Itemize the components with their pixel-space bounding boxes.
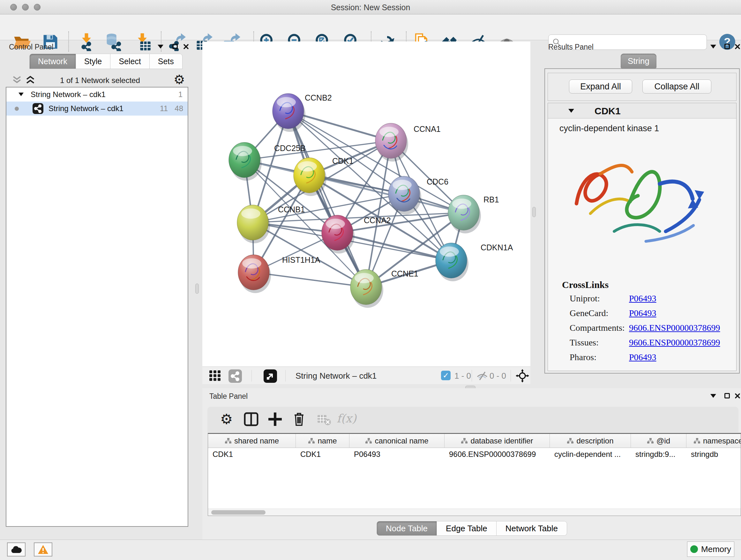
columns-icon[interactable] — [244, 411, 259, 427]
crosslink-label: Tissues: — [569, 337, 599, 348]
column-header-description[interactable]: description — [550, 434, 631, 448]
results-panel-float-icon[interactable] — [724, 44, 730, 49]
network-type-icon — [32, 103, 44, 114]
cdk1-entry-header[interactable]: CDK1 — [548, 103, 736, 118]
right-splitter-handle[interactable] — [532, 207, 536, 217]
tab-network[interactable]: Network — [29, 54, 76, 69]
table-panel-menu-icon[interactable] — [711, 394, 716, 398]
node-RB1[interactable] — [448, 195, 481, 233]
node-CCNB1[interactable] — [237, 205, 270, 243]
import-table-icon[interactable] — [133, 33, 152, 51]
crosslink-link[interactable]: P06493 — [629, 294, 657, 304]
node-CCNB2[interactable] — [273, 94, 306, 132]
table-row[interactable]: CDK1CDK1P064939606.ENSP00000378699cyclin… — [208, 448, 741, 461]
collapse-entry-icon[interactable] — [568, 109, 574, 113]
warnings-button[interactable] — [34, 543, 52, 557]
tab-style[interactable]: Style — [76, 54, 111, 69]
table-tabs: Node TableEdge TableNetwork Table — [377, 521, 567, 536]
table-panel-title: Table Panel — [209, 392, 248, 401]
settings-gear-icon[interactable]: ⚙ — [219, 411, 235, 427]
entry-name: CDK1 — [595, 106, 621, 117]
memory-button[interactable]: Memory — [687, 542, 734, 557]
control-panel-menu-icon[interactable] — [158, 45, 163, 49]
column-header-database-identifier[interactable]: database identifier — [445, 434, 550, 448]
collapse-all-button[interactable]: Collapse All — [643, 79, 711, 94]
crosslink-link[interactable]: P06493 — [629, 352, 657, 362]
network-status-dot — [15, 107, 19, 111]
network-node-count: 11 — [160, 104, 168, 113]
network-collection-row[interactable]: String Network – cdk1 1 — [6, 87, 188, 102]
network-row-selected[interactable]: String Network – cdk1 11 48 — [6, 102, 188, 116]
memory-label: Memory — [701, 544, 731, 554]
cloud-icon — [10, 545, 22, 554]
tab-edge-table[interactable]: Edge Table — [437, 521, 496, 536]
cloud-button[interactable] — [7, 543, 25, 557]
status-bar: Memory — [0, 540, 741, 560]
node-CCNE1[interactable] — [350, 269, 383, 308]
fit-content-crosshair-icon[interactable] — [516, 369, 529, 382]
crosslink-link[interactable]: 9606.ENSP00000378699 — [629, 337, 720, 348]
scrollbar-thumb[interactable] — [211, 510, 266, 515]
results-panel-close-icon[interactable] — [735, 44, 740, 50]
network-canvas[interactable]: CCNB2CCNA1CDC25BCDK1CDC6RB1CCNB1CCNA2CDK… — [202, 42, 530, 367]
separator — [252, 370, 252, 381]
network-options-gear-icon[interactable]: ⚙ — [174, 72, 185, 87]
column-header-canonical-name[interactable]: canonical name — [349, 434, 445, 448]
import-database-icon[interactable] — [104, 33, 123, 51]
table-cell: 9606.ENSP00000378699 — [445, 448, 550, 461]
table-cell: stringdb:9... — [631, 448, 686, 461]
node-CCNA2[interactable] — [322, 215, 354, 253]
node-HIST1H1A[interactable] — [238, 255, 271, 293]
node-CDK1[interactable] — [293, 158, 327, 196]
column-header--id[interactable]: @id — [631, 434, 686, 448]
grid-view-icon[interactable] — [209, 370, 221, 381]
birds-eye-view-icon[interactable] — [264, 369, 277, 383]
node-label-CDC6: CDC6 — [427, 177, 448, 186]
tab-string[interactable]: String — [621, 54, 657, 68]
column-header-namespace[interactable]: namespace — [686, 434, 741, 448]
column-header-name[interactable]: name — [296, 434, 349, 448]
hidden-counts: 0 - 0 — [489, 371, 506, 381]
control-panel-close-icon[interactable] — [183, 44, 189, 50]
import-network-icon[interactable] — [77, 33, 96, 51]
table-panel-close-icon[interactable] — [735, 393, 740, 399]
crosslink-link[interactable]: P06493 — [629, 308, 657, 318]
tab-sets[interactable]: Sets — [150, 54, 183, 69]
string-results-box: Expand All Collapse All CDK1 cyclin-depe… — [544, 68, 740, 374]
collapse-collection-icon[interactable] — [18, 92, 23, 96]
protein-structure-image — [564, 140, 711, 271]
node-CDKN1A[interactable] — [435, 243, 468, 281]
network-share-icon[interactable] — [228, 369, 242, 383]
clear-table-icon — [316, 411, 332, 427]
expand-all-button[interactable]: Expand All — [569, 79, 632, 94]
node-CDC6[interactable] — [388, 176, 421, 214]
column-header-shared-name[interactable]: shared name — [208, 434, 296, 448]
entry-description: cyclin-dependent kinase 1 — [559, 124, 659, 133]
selected-checkbox-icon[interactable]: ✓ — [441, 371, 451, 380]
node-label-CCNA1: CCNA1 — [414, 125, 441, 133]
table-panel-float-icon[interactable] — [724, 393, 730, 398]
control-panel-float-icon[interactable] — [172, 44, 178, 49]
expand-collapse-bar: Expand All Collapse All — [548, 73, 737, 101]
add-icon[interactable] — [267, 411, 283, 427]
delete-icon[interactable] — [291, 411, 307, 427]
collapse-all-icon[interactable] — [11, 75, 22, 85]
node-table[interactable]: shared namenamecanonical namedatabase id… — [208, 433, 741, 516]
left-splitter-handle[interactable] — [195, 284, 199, 294]
network-selection-status: 1 of 1 Network selected — [60, 76, 140, 85]
crosslink-label: Compartments: — [569, 323, 625, 333]
tab-select[interactable]: Select — [111, 54, 149, 69]
node-CDC25B[interactable] — [229, 142, 262, 181]
crosslink-label: GeneCard: — [569, 308, 608, 318]
table-horizontal-scrollbar[interactable] — [208, 509, 741, 516]
results-panel-menu-icon[interactable] — [711, 45, 716, 49]
table-header: shared namenamecanonical namedatabase id… — [208, 434, 741, 448]
collection-count: 1 — [179, 90, 183, 99]
node-CCNA1[interactable] — [375, 123, 408, 162]
tab-node-table[interactable]: Node Table — [377, 521, 437, 536]
table-cell: stringdb — [686, 448, 741, 461]
tab-network-table[interactable]: Network Table — [496, 521, 567, 536]
crosslink-link[interactable]: 9606.ENSP00000378699 — [629, 323, 720, 333]
expand-all-icon[interactable] — [25, 75, 36, 85]
network-edge-count: 48 — [175, 104, 183, 113]
